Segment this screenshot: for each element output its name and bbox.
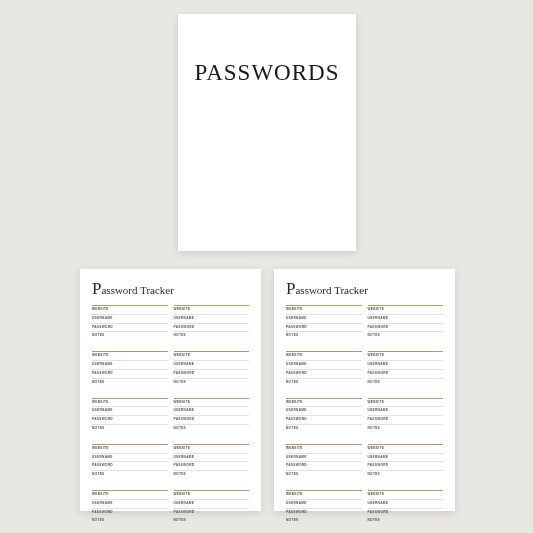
password-entry: WEBSITEUSERNAMEPASSWORDNOTES — [286, 444, 362, 487]
entry-website: WEBSITE — [286, 352, 362, 361]
entry-password: PASSWORD — [286, 509, 362, 518]
entry-notes: NOTES — [368, 379, 444, 395]
entry-notes: NOTES — [92, 425, 168, 441]
entry-password: PASSWORD — [92, 416, 168, 425]
entry-notes: NOTES — [286, 379, 362, 395]
title-rest: assword Tracker — [295, 284, 367, 296]
cover-title: PASSWORDS — [195, 60, 340, 86]
entry-username: USERNAME — [92, 500, 168, 509]
entry-website: WEBSITE — [286, 491, 362, 500]
entry-password: PASSWORD — [368, 416, 444, 425]
entry-username: USERNAME — [174, 315, 250, 324]
entry-password: PASSWORD — [368, 370, 444, 379]
entry-notes: NOTES — [174, 471, 250, 487]
entry-website: WEBSITE — [368, 491, 444, 500]
entry-password: PASSWORD — [368, 462, 444, 471]
entry-username: USERNAME — [92, 315, 168, 324]
entry-website: WEBSITE — [174, 306, 250, 315]
entry-password: PASSWORD — [368, 509, 444, 518]
entry-username: USERNAME — [92, 361, 168, 370]
password-entry: WEBSITEUSERNAMEPASSWORDNOTES — [92, 444, 168, 487]
entry-notes: NOTES — [286, 471, 362, 487]
entry-notes: NOTES — [368, 471, 444, 487]
password-entry: WEBSITEUSERNAMEPASSWORDNOTES — [92, 490, 168, 533]
entry-password: PASSWORD — [174, 324, 250, 333]
entry-website: WEBSITE — [174, 445, 250, 454]
entry-website: WEBSITE — [92, 445, 168, 454]
entry-website: WEBSITE — [368, 445, 444, 454]
password-entry: WEBSITEUSERNAMEPASSWORDNOTES — [368, 351, 444, 394]
entry-notes: NOTES — [286, 425, 362, 441]
password-entry: WEBSITEUSERNAMEPASSWORDNOTES — [286, 305, 362, 348]
cover-page: PASSWORDS — [178, 14, 356, 251]
entry-password: PASSWORD — [286, 416, 362, 425]
entry-notes: NOTES — [368, 332, 444, 348]
entry-username: USERNAME — [92, 407, 168, 416]
entry-website: WEBSITE — [92, 491, 168, 500]
entry-password: PASSWORD — [286, 462, 362, 471]
entry-notes: NOTES — [92, 471, 168, 487]
entry-username: USERNAME — [92, 454, 168, 463]
password-entry: WEBSITEUSERNAMEPASSWORDNOTES — [174, 490, 250, 533]
entry-username: USERNAME — [174, 407, 250, 416]
entry-website: WEBSITE — [92, 399, 168, 408]
entry-notes: NOTES — [368, 517, 444, 533]
entry-notes: NOTES — [368, 425, 444, 441]
entry-username: USERNAME — [286, 315, 362, 324]
entry-website: WEBSITE — [92, 306, 168, 315]
entry-username: USERNAME — [368, 361, 444, 370]
entry-website: WEBSITE — [174, 491, 250, 500]
entry-website: WEBSITE — [174, 399, 250, 408]
entry-notes: NOTES — [174, 517, 250, 533]
entry-website: WEBSITE — [174, 352, 250, 361]
tracker-page-left: Password Tracker WEBSITEUSERNAMEPASSWORD… — [80, 269, 261, 511]
entry-username: USERNAME — [174, 500, 250, 509]
entries-grid-right: WEBSITEUSERNAMEPASSWORDNOTESWEBSITEUSERN… — [286, 305, 443, 533]
entry-notes: NOTES — [286, 517, 362, 533]
entry-notes: NOTES — [174, 379, 250, 395]
entry-username: USERNAME — [286, 500, 362, 509]
password-entry: WEBSITEUSERNAMEPASSWORDNOTES — [174, 305, 250, 348]
entry-password: PASSWORD — [174, 462, 250, 471]
tracker-title: Password Tracker — [92, 279, 249, 299]
entry-username: USERNAME — [286, 407, 362, 416]
entry-username: USERNAME — [174, 454, 250, 463]
entry-username: USERNAME — [286, 361, 362, 370]
entry-website: WEBSITE — [92, 352, 168, 361]
entry-username: USERNAME — [174, 361, 250, 370]
password-entry: WEBSITEUSERNAMEPASSWORDNOTES — [368, 444, 444, 487]
entry-username: USERNAME — [368, 407, 444, 416]
entry-notes: NOTES — [92, 517, 168, 533]
entry-website: WEBSITE — [368, 306, 444, 315]
entry-username: USERNAME — [368, 500, 444, 509]
entries-grid-left: WEBSITEUSERNAMEPASSWORDNOTESWEBSITEUSERN… — [92, 305, 249, 533]
entry-website: WEBSITE — [286, 399, 362, 408]
password-entry: WEBSITEUSERNAMEPASSWORDNOTES — [174, 398, 250, 441]
entry-notes: NOTES — [92, 332, 168, 348]
entry-website: WEBSITE — [286, 306, 362, 315]
entry-notes: NOTES — [174, 332, 250, 348]
password-entry: WEBSITEUSERNAMEPASSWORDNOTES — [286, 490, 362, 533]
entry-notes: NOTES — [174, 425, 250, 441]
password-entry: WEBSITEUSERNAMEPASSWORDNOTES — [92, 305, 168, 348]
entry-website: WEBSITE — [368, 399, 444, 408]
entry-website: WEBSITE — [286, 445, 362, 454]
password-entry: WEBSITEUSERNAMEPASSWORDNOTES — [92, 351, 168, 394]
entry-notes: NOTES — [92, 379, 168, 395]
entry-username: USERNAME — [368, 454, 444, 463]
password-entry: WEBSITEUSERNAMEPASSWORDNOTES — [368, 398, 444, 441]
password-entry: WEBSITEUSERNAMEPASSWORDNOTES — [368, 305, 444, 348]
entry-notes: NOTES — [286, 332, 362, 348]
password-entry: WEBSITEUSERNAMEPASSWORDNOTES — [92, 398, 168, 441]
entry-password: PASSWORD — [174, 509, 250, 518]
password-entry: WEBSITEUSERNAMEPASSWORDNOTES — [174, 351, 250, 394]
entry-password: PASSWORD — [286, 370, 362, 379]
password-entry: WEBSITEUSERNAMEPASSWORDNOTES — [286, 398, 362, 441]
tracker-page-right: Password Tracker WEBSITEUSERNAMEPASSWORD… — [274, 269, 455, 511]
title-rest: assword Tracker — [101, 284, 173, 296]
entry-password: PASSWORD — [92, 509, 168, 518]
password-entry: WEBSITEUSERNAMEPASSWORDNOTES — [174, 444, 250, 487]
entry-password: PASSWORD — [92, 324, 168, 333]
entry-password: PASSWORD — [174, 416, 250, 425]
entry-username: USERNAME — [368, 315, 444, 324]
